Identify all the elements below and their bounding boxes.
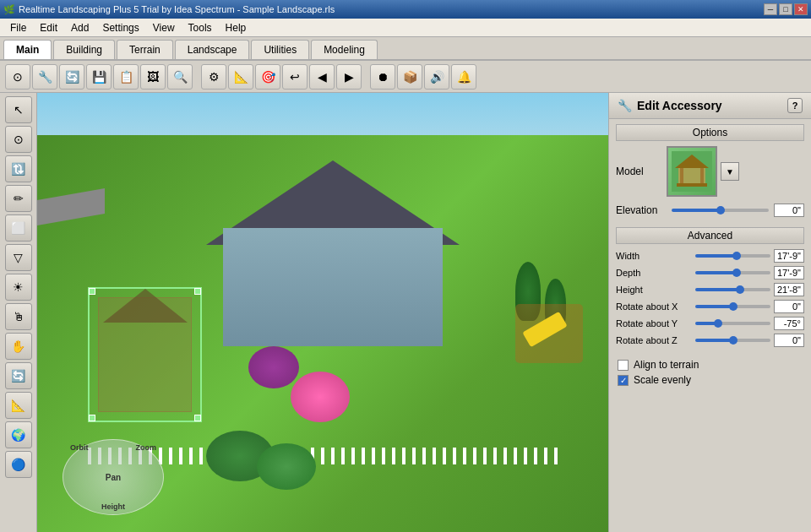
prop-slider-height[interactable] bbox=[695, 288, 770, 291]
tool-back[interactable]: ◀ bbox=[309, 64, 335, 90]
menu-view[interactable]: View bbox=[146, 20, 182, 35]
tab-terrain[interactable]: Terrain bbox=[117, 40, 173, 59]
sidebar-3d[interactable]: 🔄 bbox=[5, 362, 32, 389]
elevation-slider[interactable] bbox=[672, 209, 769, 212]
elevation-row: Elevation 0" bbox=[616, 204, 804, 217]
align-terrain-checkbox[interactable] bbox=[618, 360, 629, 371]
minimize-button[interactable]: ─ bbox=[764, 3, 777, 15]
check-row-scale: ✓ Scale evenly bbox=[618, 374, 803, 386]
sidebar-dot[interactable]: 🔵 bbox=[5, 451, 32, 478]
titlebar-controls: ─ □ ✕ bbox=[764, 3, 808, 15]
prop-label-width: Width bbox=[616, 251, 692, 261]
sidebar-globe[interactable]: 🌍 bbox=[5, 421, 32, 448]
model-row: Model ▼ bbox=[616, 146, 804, 197]
navigation-control[interactable]: Pan Orbit Zoom Height bbox=[63, 439, 164, 515]
menu-edit[interactable]: Edit bbox=[33, 20, 64, 35]
prop-slider-depth[interactable] bbox=[695, 271, 770, 274]
advanced-header: Advanced bbox=[616, 227, 804, 244]
options-header: Options bbox=[616, 124, 804, 141]
help-button[interactable]: ? bbox=[787, 98, 803, 113]
tool-select[interactable]: ⊙ bbox=[5, 64, 30, 90]
tool-clipboard[interactable]: 📋 bbox=[113, 64, 139, 90]
tool-wrench[interactable]: 🔧 bbox=[32, 64, 57, 90]
toolbar: ⊙ 🔧 🔄 💾 📋 🖼 🔍 ⚙ 📐 🎯 ↩ ◀ ▶ ⏺ 📦 🔊 🔔 bbox=[0, 61, 811, 93]
tool-forward[interactable]: ▶ bbox=[336, 64, 362, 90]
prop-slider-height-thumb bbox=[736, 285, 744, 294]
elevation-value[interactable]: 0" bbox=[774, 204, 804, 217]
tab-building[interactable]: Building bbox=[53, 40, 115, 59]
tab-utilities[interactable]: Utilities bbox=[251, 40, 309, 59]
window-title: Realtime Landscaping Plus 5 Trial by Ide… bbox=[19, 4, 335, 14]
house bbox=[206, 160, 460, 346]
prop-value-width[interactable]: 17'-9" bbox=[774, 249, 804, 263]
sidebar-rect[interactable]: ⬜ bbox=[5, 214, 32, 242]
prop-slider-rotate-y-thumb bbox=[714, 319, 722, 328]
nav-circle-bg: Pan Orbit Zoom Height bbox=[63, 439, 164, 515]
right-panel: 🔧 Edit Accessory ? Options Model bbox=[608, 93, 811, 532]
menu-help[interactable]: Help bbox=[219, 20, 253, 35]
prop-label-rotate-y: Rotate about Y bbox=[616, 318, 692, 328]
tool-sound[interactable]: 🔊 bbox=[424, 64, 449, 90]
prop-label-depth: Depth bbox=[616, 268, 692, 278]
menu-tools[interactable]: Tools bbox=[182, 20, 219, 35]
sidebar-cursor[interactable]: 🖱 bbox=[5, 303, 32, 330]
tab-landscape[interactable]: Landscape bbox=[175, 40, 250, 59]
prop-value-rotate-x[interactable]: 0" bbox=[774, 300, 804, 313]
prop-slider-rotate-z-thumb bbox=[729, 336, 738, 345]
tool-undo[interactable]: ↩ bbox=[282, 64, 308, 90]
house-body bbox=[223, 228, 443, 346]
flower-bush-1 bbox=[248, 346, 299, 388]
gazebo-selection bbox=[88, 287, 202, 422]
prop-slider-rotate-z[interactable] bbox=[695, 339, 770, 342]
scale-evenly-label: Scale evenly bbox=[634, 374, 691, 386]
prop-value-rotate-y[interactable]: -75° bbox=[774, 317, 804, 330]
viewport[interactable]: Pan Orbit Zoom Height bbox=[37, 93, 608, 532]
menu-file[interactable]: File bbox=[3, 20, 33, 35]
model-preview[interactable] bbox=[667, 146, 717, 197]
prop-label-rotate-z: Rotate about Z bbox=[616, 335, 692, 345]
tool-save[interactable]: 💾 bbox=[86, 64, 112, 90]
tab-modeling[interactable]: Modeling bbox=[311, 40, 378, 59]
tool-bell[interactable]: 🔔 bbox=[451, 64, 476, 90]
model-dropdown[interactable]: ▼ bbox=[721, 162, 739, 181]
tool-measure[interactable]: 📐 bbox=[228, 64, 253, 90]
tool-target[interactable]: 🎯 bbox=[255, 64, 280, 90]
sidebar-rotate[interactable]: 🔃 bbox=[5, 155, 32, 182]
maximize-button[interactable]: □ bbox=[779, 3, 792, 15]
menu-settings[interactable]: Settings bbox=[95, 20, 145, 35]
close-button[interactable]: ✕ bbox=[794, 3, 808, 15]
elevation-label: Elevation bbox=[616, 204, 667, 216]
sidebar-sun[interactable]: ☀ bbox=[5, 274, 32, 301]
tool-refresh[interactable]: 🔄 bbox=[59, 64, 84, 90]
sidebar-edit[interactable]: ✏ bbox=[5, 185, 32, 212]
prop-value-depth[interactable]: 17'-9" bbox=[774, 266, 804, 280]
tool-settings[interactable]: ⚙ bbox=[201, 64, 226, 90]
prop-value-height[interactable]: 21'-8" bbox=[774, 283, 804, 296]
prop-slider-width[interactable] bbox=[695, 254, 770, 258]
menu-add[interactable]: Add bbox=[64, 20, 95, 35]
prop-row-width: Width 17'-9" bbox=[616, 249, 804, 263]
prop-row-height: Height 21'-8" bbox=[616, 283, 804, 296]
prop-row-rotate-x: Rotate about X 0" bbox=[616, 300, 804, 313]
prop-slider-rotate-y[interactable] bbox=[695, 322, 770, 325]
align-terrain-label: Align to terrain bbox=[634, 359, 699, 371]
playground bbox=[515, 304, 583, 363]
sidebar-select[interactable]: ↖ bbox=[5, 96, 32, 123]
prop-slider-rotate-x[interactable] bbox=[695, 305, 770, 308]
tool-record[interactable]: ⏺ bbox=[370, 64, 395, 90]
svg-rect-4 bbox=[700, 168, 704, 185]
tool-image[interactable]: 🖼 bbox=[140, 64, 166, 90]
prop-label-height: Height bbox=[616, 285, 692, 295]
tool-package[interactable]: 📦 bbox=[397, 64, 422, 90]
scale-evenly-checkbox[interactable]: ✓ bbox=[618, 375, 629, 386]
sidebar-hand[interactable]: ✋ bbox=[5, 333, 32, 360]
nav-pan-label: Pan bbox=[106, 473, 121, 482]
prop-value-rotate-z[interactable]: 0" bbox=[774, 334, 804, 347]
sidebar-angle[interactable]: 📐 bbox=[5, 392, 32, 419]
tab-main[interactable]: Main bbox=[3, 40, 52, 59]
tool-search[interactable]: 🔍 bbox=[167, 64, 193, 90]
check-row-align: Align to terrain bbox=[618, 359, 803, 371]
prop-row-rotate-y: Rotate about Y -75° bbox=[616, 317, 804, 330]
sidebar-circle[interactable]: ⊙ bbox=[5, 126, 32, 153]
sidebar-down[interactable]: ▽ bbox=[5, 244, 32, 271]
